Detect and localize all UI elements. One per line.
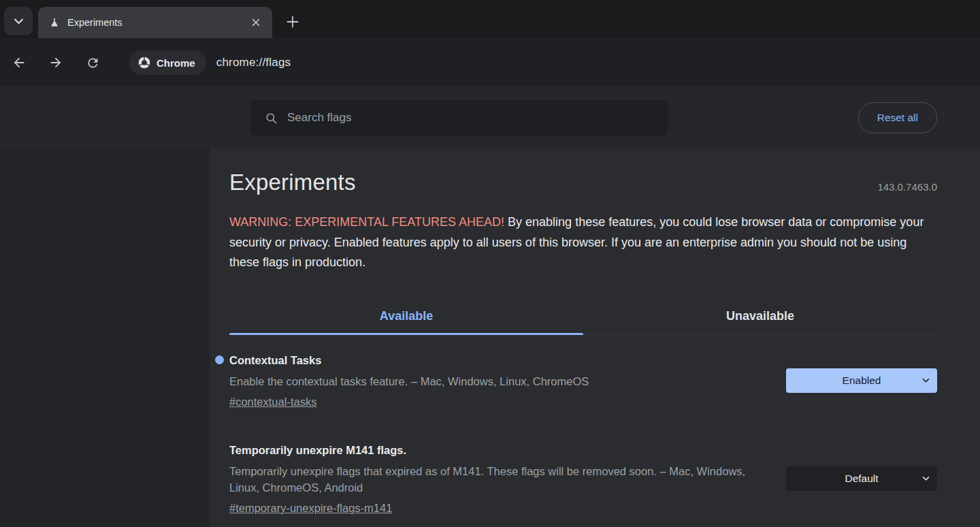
title-row: Experiments 143.0.7463.0 (229, 169, 937, 196)
reload-icon (86, 56, 100, 70)
flag-select-temporary-unexpire-m141[interactable]: Default (786, 466, 937, 491)
flag-texts: Contextual Tasks Enable the contextual t… (229, 353, 786, 409)
tab-unavailable-label: Unavailable (726, 309, 794, 323)
close-icon (252, 18, 260, 27)
page-title: Experiments (229, 169, 356, 196)
chevron-down-icon (14, 18, 24, 25)
flag-row-temporary-unexpire-m141: Temporarily unexpire M141 flags. Tempora… (229, 443, 937, 515)
arrow-right-icon (48, 55, 63, 70)
tab-close-button[interactable] (248, 14, 264, 31)
reload-button[interactable] (80, 50, 105, 75)
back-button[interactable] (7, 50, 31, 75)
tab-strip: Experiments (0, 0, 980, 38)
search-icon (265, 112, 278, 125)
new-tab-button[interactable] (282, 11, 304, 33)
flag-name: Temporarily unexpire M141 flags. (229, 443, 759, 458)
flag-description: Enable the contextual tasks feature. – M… (229, 373, 747, 389)
tab-title: Experiments (67, 17, 248, 28)
flags-header: Reset all (0, 87, 980, 148)
flag-name-label: Temporarily unexpire M141 flags. (229, 444, 406, 456)
search-flags-input[interactable] (287, 100, 668, 135)
chrome-chip: Chrome (129, 50, 206, 75)
address-bar[interactable]: Chrome chrome://flags (129, 48, 980, 78)
version-label: 143.0.7463.0 (877, 181, 937, 196)
chrome-chip-label: Chrome (157, 57, 195, 69)
browser-tab-experiments[interactable]: Experiments (38, 7, 272, 38)
flag-permalink-contextual-tasks[interactable]: #contextual-tasks (229, 396, 316, 409)
tab-available[interactable]: Available (229, 299, 583, 334)
flag-permalink-temporary-unexpire-m141[interactable]: #temporary-unexpire-flags-m141 (229, 502, 392, 515)
flag-select-value: Enabled (843, 374, 881, 387)
tab-available-label: Available (380, 309, 433, 323)
browser-toolbar: Chrome chrome://flags (0, 38, 980, 87)
flag-row-contextual-tasks: Contextual Tasks Enable the contextual t… (229, 353, 937, 409)
reset-all-button[interactable]: Reset all (858, 102, 937, 133)
browser-window: Experiments (0, 0, 980, 527)
chevron-down-icon (922, 476, 930, 481)
url-text: chrome://flags (216, 56, 291, 69)
warning-highlight: WARNING: EXPERIMENTAL FEATURES AHEAD! (229, 215, 504, 229)
flag-name-label: Contextual Tasks (229, 354, 321, 366)
flag-description: Temporarily unexpire flags that expired … (229, 463, 747, 496)
flag-select-value: Default (845, 473, 878, 485)
tab-unavailable[interactable]: Unavailable (583, 299, 937, 334)
highlight-dot-icon (215, 355, 224, 364)
search-flags-box[interactable] (250, 100, 668, 135)
flask-icon (49, 17, 60, 28)
arrow-left-icon (12, 55, 27, 70)
plus-icon (287, 16, 299, 28)
flag-name: Contextual Tasks (229, 353, 759, 368)
warning-text: WARNING: EXPERIMENTAL FEATURES AHEAD!By … (229, 212, 934, 273)
experiments-panel: Experiments 143.0.7463.0 WARNING: EXPERI… (210, 148, 980, 527)
chrome-logo-icon (137, 56, 151, 69)
chevron-down-icon (922, 378, 930, 383)
forward-button[interactable] (44, 50, 68, 75)
flag-select-contextual-tasks[interactable]: Enabled (786, 368, 937, 393)
availability-tabs: Available Unavailable (229, 299, 937, 335)
tab-search-button[interactable] (4, 7, 33, 35)
flag-texts: Temporarily unexpire M141 flags. Tempora… (229, 443, 786, 515)
